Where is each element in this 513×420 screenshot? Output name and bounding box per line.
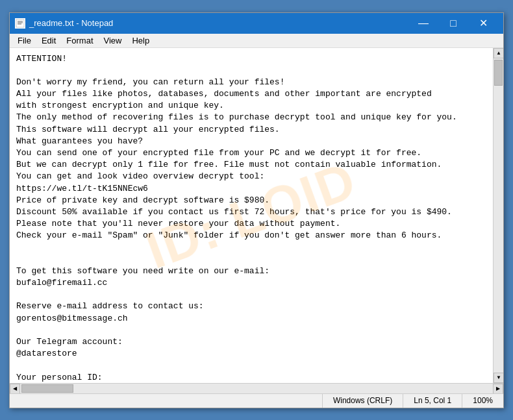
menu-format[interactable]: Format	[61, 34, 98, 47]
scroll-up-button[interactable]: ▲	[494, 48, 503, 58]
app-icon	[15, 18, 25, 29]
notepad-window: _readme.txt - Notepad — □ ✕ File Edit Fo…	[9, 12, 504, 408]
status-bar: Windows (CRLF) Ln 5, Col 1 100%	[10, 393, 503, 408]
text-editor[interactable]	[10, 48, 493, 383]
maximize-button[interactable]: □	[438, 13, 468, 34]
status-encoding: Windows (CRLF)	[322, 394, 403, 408]
menu-help[interactable]: Help	[127, 34, 155, 47]
menu-view[interactable]: View	[99, 34, 127, 47]
menu-file[interactable]: File	[12, 34, 36, 47]
scroll-track-vertical[interactable]	[494, 58, 503, 373]
text-area-wrapper: ID: LOID	[10, 48, 493, 383]
window-title: _readme.txt - Notepad	[29, 18, 408, 28]
menu-bar: File Edit Format View Help	[10, 34, 503, 48]
menu-edit[interactable]: Edit	[36, 34, 61, 47]
scroll-left-button[interactable]: ◀	[10, 384, 20, 394]
scroll-down-button[interactable]: ▼	[494, 373, 503, 383]
close-button[interactable]: ✕	[468, 13, 498, 34]
scroll-right-button[interactable]: ▶	[493, 384, 503, 394]
vertical-scrollbar[interactable]: ▲ ▼	[493, 48, 503, 383]
horizontal-scrollbar[interactable]: ◀ ▶	[10, 383, 503, 393]
status-line-col: Ln 5, Col 1	[403, 394, 462, 408]
scroll-thumb-horizontal[interactable]	[21, 384, 73, 393]
status-zoom: 100%	[462, 394, 503, 408]
svg-rect-0	[16, 19, 24, 27]
window-controls: — □ ✕	[408, 13, 498, 34]
scroll-thumb-vertical[interactable]	[494, 60, 503, 86]
title-bar: _readme.txt - Notepad — □ ✕	[10, 13, 503, 34]
content-area: ID: LOID ▲ ▼	[10, 48, 503, 383]
minimize-button[interactable]: —	[408, 13, 438, 34]
scroll-track-horizontal[interactable]	[20, 384, 493, 393]
